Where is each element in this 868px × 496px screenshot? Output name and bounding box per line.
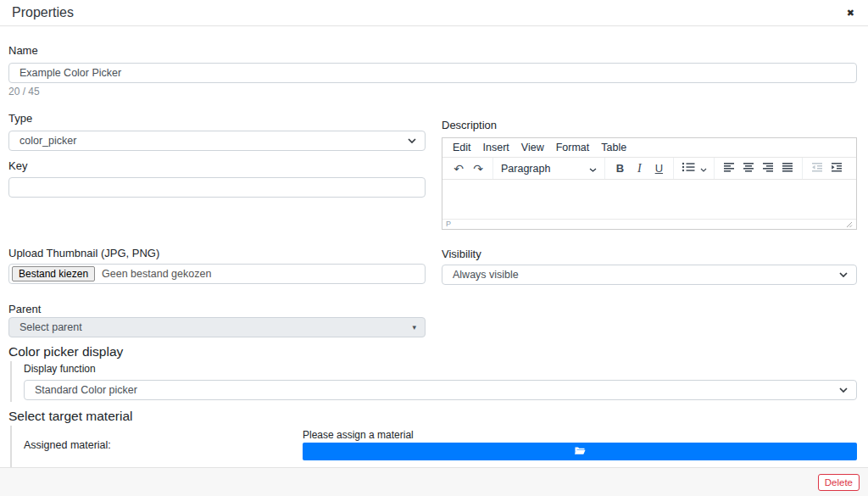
menu-item-edit[interactable]: Edit <box>447 139 477 156</box>
caret-down-icon: ▾ <box>412 323 416 332</box>
type-label: Type <box>8 112 426 125</box>
type-select-value: color_picker <box>19 135 76 147</box>
undo-button[interactable]: ↶ <box>449 160 468 177</box>
chevron-down-icon <box>589 163 597 175</box>
choose-file-button[interactable]: Bestand kiezen <box>12 266 95 281</box>
assigned-material-label: Assigned material: <box>24 439 303 451</box>
key-input[interactable] <box>8 177 426 198</box>
page-title: Properties <box>12 5 74 20</box>
italic-button[interactable]: I <box>630 160 648 177</box>
bold-button[interactable]: B <box>610 160 629 177</box>
chevron-down-icon <box>839 272 848 277</box>
list-options-button[interactable] <box>698 160 709 177</box>
editor-statusbar: P <box>442 219 856 229</box>
no-file-chosen-text: Geen bestand gekozen <box>102 268 211 280</box>
display-function-select[interactable]: Standard Color picker <box>24 380 857 400</box>
visibility-select[interactable]: Always visible <box>442 265 857 285</box>
name-input[interactable] <box>8 63 857 83</box>
align-right-icon <box>762 161 774 176</box>
display-function-label: Display function <box>24 363 857 375</box>
panel-footer: Delete <box>0 467 868 496</box>
key-label: Key <box>8 159 426 173</box>
display-function-value: Standard Color picker <box>35 384 137 396</box>
align-right-button[interactable] <box>759 160 777 177</box>
indent-button[interactable] <box>827 160 846 177</box>
description-label: Description <box>442 119 857 132</box>
panel-header: Properties ✖ <box>0 0 868 26</box>
editor-menubar: Edit Insert View Format Table <box>442 138 856 158</box>
outdent-button[interactable] <box>808 160 826 177</box>
properties-form: Name 20 / 45 Type color_picker Key Uploa… <box>0 44 868 467</box>
visibility-select-value: Always visible <box>453 269 519 281</box>
paragraph-style-value: Paragraph <box>501 163 550 175</box>
type-select[interactable]: color_picker <box>8 131 426 151</box>
justify-icon <box>782 161 793 176</box>
menu-item-insert[interactable]: Insert <box>477 139 515 156</box>
upload-thumbnail-label: Upload Thumbnail (JPG, PNG) <box>8 247 426 260</box>
section-title-select-target-material: Select target material <box>8 409 857 424</box>
menu-item-table[interactable]: Table <box>595 139 632 156</box>
align-left-button[interactable] <box>720 160 738 177</box>
editor-content-area[interactable] <box>442 180 856 219</box>
name-label: Name <box>8 44 857 58</box>
bullet-list-button[interactable] <box>679 160 698 177</box>
display-function-block: Display function Standard Color picker <box>10 361 857 402</box>
undo-icon: ↶ <box>453 163 464 175</box>
redo-button[interactable]: ↷ <box>469 160 487 177</box>
align-left-icon <box>723 161 735 176</box>
element-path: P <box>446 220 451 228</box>
rich-text-editor: Edit Insert View Format Table ↶ ↷ Paragr… <box>442 137 857 230</box>
parent-select-placeholder: Select parent <box>19 321 82 333</box>
outdent-icon <box>811 161 823 176</box>
parent-label: Parent <box>8 303 857 316</box>
assigned-material-block: Assigned material: Please assign a mater… <box>10 426 857 467</box>
chevron-down-icon <box>839 387 848 393</box>
chevron-down-icon <box>700 162 707 175</box>
resize-handle[interactable] <box>846 221 853 228</box>
editor-toolbar: ↶ ↷ Paragraph B I U <box>442 158 856 180</box>
paragraph-style-dropdown[interactable]: Paragraph <box>498 163 599 175</box>
folder-icon <box>574 445 586 458</box>
redo-icon: ↷ <box>473 163 483 175</box>
menu-item-view[interactable]: View <box>515 139 550 156</box>
justify-button[interactable] <box>778 160 797 177</box>
assign-material-hint: Please assign a material <box>303 429 857 441</box>
indent-icon <box>831 161 843 176</box>
menu-item-format[interactable]: Format <box>550 139 596 156</box>
bullet-list-icon <box>682 162 695 175</box>
section-title-color-picker-display: Color picker display <box>8 344 857 359</box>
delete-button[interactable]: Delete <box>818 474 860 491</box>
file-input[interactable]: Bestand kiezen Geen bestand gekozen <box>8 264 426 284</box>
char-counter: 20 / 45 <box>8 86 857 98</box>
underline-button[interactable]: U <box>649 160 668 177</box>
parent-select[interactable]: Select parent ▾ <box>8 317 426 337</box>
close-icon[interactable]: ✖ <box>845 7 856 20</box>
align-center-icon <box>743 161 754 176</box>
chevron-down-icon <box>408 138 416 143</box>
assign-material-button[interactable] <box>303 443 857 460</box>
visibility-label: Visibility <box>442 248 857 261</box>
align-center-button[interactable] <box>739 160 758 177</box>
